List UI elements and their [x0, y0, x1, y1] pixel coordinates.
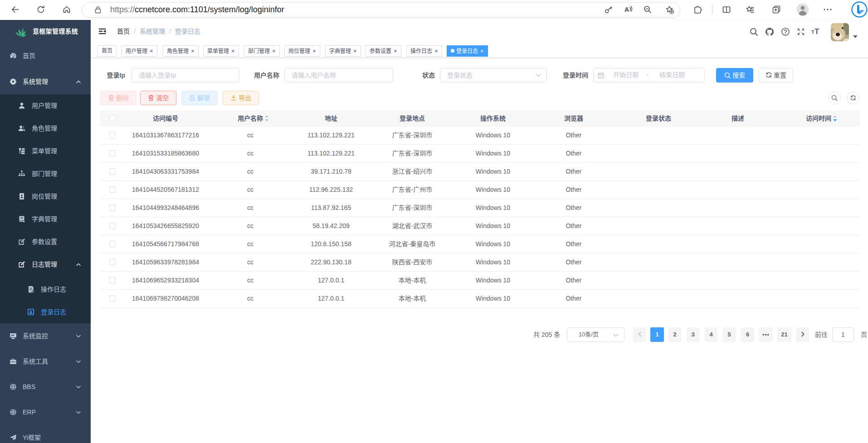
svg-text:A: A — [624, 6, 629, 13]
svg-text:T: T — [814, 28, 819, 36]
svg-text:T: T — [811, 29, 814, 35]
